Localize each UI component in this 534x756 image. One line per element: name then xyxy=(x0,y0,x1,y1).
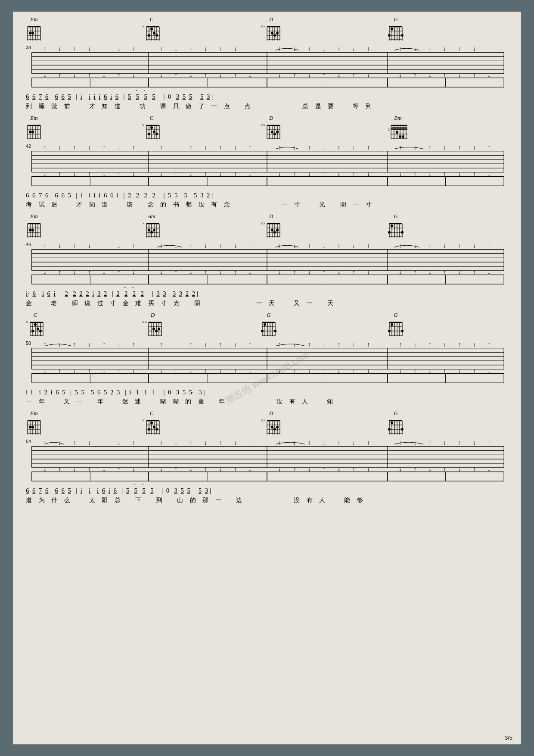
svg-text:↓: ↓ xyxy=(219,170,222,177)
svg-text:↓: ↓ xyxy=(88,46,91,52)
svg-text:↑: ↑ xyxy=(338,144,341,150)
svg-point-178 xyxy=(396,131,398,134)
svg-text:↑: ↑ xyxy=(293,367,296,374)
svg-text:↓: ↓ xyxy=(132,72,135,78)
svg-text:↑: ↑ xyxy=(43,440,47,446)
svg-text:↑: ↑ xyxy=(323,466,326,472)
svg-text:↓: ↓ xyxy=(352,341,355,347)
svg-text:↑: ↑ xyxy=(399,341,402,347)
svg-text:↑: ↑ xyxy=(458,440,461,446)
svg-text:↓: ↓ xyxy=(43,72,47,78)
svg-text:↑: ↑ xyxy=(58,367,61,374)
svg-point-151 xyxy=(153,131,155,133)
chord-diagram-d4 xyxy=(147,319,163,337)
svg-point-395 xyxy=(37,328,39,330)
svg-point-164 xyxy=(271,131,273,133)
svg-text:↓: ↓ xyxy=(413,243,416,249)
svg-text:↑: ↑ xyxy=(443,170,446,177)
svg-text:↑: ↑ xyxy=(323,367,326,374)
svg-point-179 xyxy=(399,135,401,138)
svg-text:↓: ↓ xyxy=(174,440,177,446)
svg-text:↓: ↓ xyxy=(248,466,251,472)
svg-text:↑: ↑ xyxy=(234,466,237,472)
svg-text:↑: ↑ xyxy=(443,466,446,472)
svg-text:↑: ↑ xyxy=(189,243,192,249)
svg-point-538 xyxy=(148,428,150,431)
svg-text:↓: ↓ xyxy=(367,269,370,275)
svg-point-138 xyxy=(29,131,31,133)
svg-point-37 xyxy=(273,34,276,37)
svg-text:↓: ↓ xyxy=(308,72,311,78)
svg-text:↑: ↑ xyxy=(118,72,121,78)
svg-text:↓: ↓ xyxy=(338,170,341,177)
svg-point-307 xyxy=(401,231,404,234)
svg-text:↓: ↓ xyxy=(132,269,135,275)
svg-text:↑: ↑ xyxy=(428,341,432,347)
svg-point-436 xyxy=(401,330,404,332)
svg-text:↑: ↑ xyxy=(308,46,311,52)
chord-name-d1: D xyxy=(269,16,273,23)
svg-text:↑: ↑ xyxy=(323,269,326,275)
svg-text:↓: ↓ xyxy=(88,440,91,446)
svg-text:↓: ↓ xyxy=(204,440,207,446)
chord-name-em: Em xyxy=(30,16,37,23)
svg-text:↓: ↓ xyxy=(189,72,192,78)
svg-text:↑: ↑ xyxy=(160,341,163,347)
chord-name-em3: Em xyxy=(30,213,37,220)
svg-text:50: 50 xyxy=(26,340,31,345)
svg-text:↓: ↓ xyxy=(399,367,402,374)
svg-text:↑: ↑ xyxy=(102,440,106,446)
svg-point-422 xyxy=(264,323,266,326)
svg-text:↑: ↑ xyxy=(174,466,177,472)
svg-text:↓: ↓ xyxy=(118,243,121,249)
svg-point-306 xyxy=(391,225,393,227)
svg-text:↑: ↑ xyxy=(234,72,237,78)
svg-text:↑: ↑ xyxy=(58,72,61,78)
svg-text:↓: ↓ xyxy=(118,440,121,446)
svg-text:↑: ↑ xyxy=(174,367,177,374)
svg-text:↑: ↑ xyxy=(338,341,341,347)
svg-text:↑: ↑ xyxy=(308,144,311,150)
svg-text:↓: ↓ xyxy=(278,170,281,177)
chord-name-g3: G xyxy=(267,312,270,319)
chord-name-d4: D xyxy=(151,312,155,319)
svg-point-410 xyxy=(158,328,160,330)
svg-text:↓: ↓ xyxy=(234,341,237,347)
lyrics-50: 一 年 又 一 年 迷 迷 糊 糊 的 童 年 没 有 人 知 xyxy=(26,398,508,406)
svg-text:↑: ↑ xyxy=(234,269,237,275)
svg-text:↓: ↓ xyxy=(399,269,402,275)
svg-text:↑: ↑ xyxy=(413,466,416,472)
svg-text:↑: ↑ xyxy=(413,72,416,78)
svg-text:↓: ↓ xyxy=(323,243,326,249)
svg-text:↓: ↓ xyxy=(160,367,163,374)
svg-text:↓: ↓ xyxy=(219,367,222,374)
notation-54: 6 6 7 6 6 6 5 | i i i 6 i 6 | 5 5̄ 5̄ 5 … xyxy=(26,486,508,496)
svg-text:↑: ↑ xyxy=(58,170,61,177)
svg-text:↓: ↓ xyxy=(88,243,91,249)
svg-text:↑: ↑ xyxy=(428,440,432,446)
svg-text:↑: ↑ xyxy=(352,466,355,472)
svg-text:↓: ↓ xyxy=(58,144,61,150)
svg-text:↓: ↓ xyxy=(219,72,222,78)
svg-point-25 xyxy=(148,34,150,37)
svg-text:↑: ↑ xyxy=(102,243,106,249)
svg-text:↑: ↑ xyxy=(458,341,461,347)
svg-text:↓: ↓ xyxy=(367,466,370,472)
svg-text:↑: ↑ xyxy=(189,440,192,446)
chord-diagram-em xyxy=(26,23,42,41)
svg-text:↓: ↓ xyxy=(204,243,207,249)
svg-text:↑: ↑ xyxy=(487,440,491,446)
tab-staff-42: 42 ↑↓ ↓↑ ↑↓ ↓↑ ↑↓ ↓↑ ↑↓ ↑↓ ↓↑ ↑↓ xyxy=(26,142,508,190)
svg-text:↑: ↑ xyxy=(73,341,76,347)
svg-text:↓: ↓ xyxy=(219,466,222,472)
svg-text:↑: ↑ xyxy=(293,72,296,78)
svg-text:↓: ↓ xyxy=(73,269,76,275)
svg-text:↑: ↑ xyxy=(118,466,121,472)
sheet-music-page: 潮吉他 www.taip8.com Em xyxy=(13,12,521,744)
svg-text:↑: ↑ xyxy=(248,243,251,249)
svg-text:↑: ↑ xyxy=(234,170,237,177)
svg-point-38 xyxy=(276,32,279,34)
svg-text:↓: ↓ xyxy=(338,269,341,275)
svg-point-11 xyxy=(31,32,34,34)
svg-text:↓: ↓ xyxy=(102,269,106,275)
